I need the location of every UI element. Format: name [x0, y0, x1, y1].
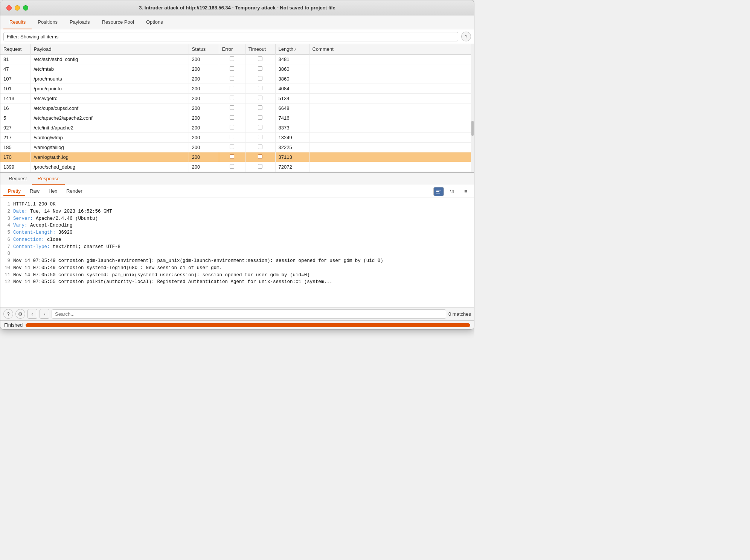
content-tab-pretty[interactable]: Pretty — [3, 187, 25, 196]
cell-error[interactable] — [219, 143, 245, 152]
tab-payloads[interactable]: Payloads — [64, 15, 96, 29]
cell-length: 37113 — [275, 152, 309, 162]
cell-error[interactable] — [219, 152, 245, 162]
table-row[interactable]: 927/etc/init.d/apache22008373 — [0, 123, 474, 133]
http-header-key: Content-Type: — [13, 244, 53, 250]
prev-button[interactable]: ‹ — [27, 309, 37, 319]
response-line: 2Date: Tue, 14 Nov 2023 16:52:56 GMT — [2, 208, 473, 215]
col-header-length[interactable]: Length∧ — [275, 44, 309, 55]
search-input[interactable] — [52, 309, 446, 319]
vertical-scrollbar[interactable] — [471, 44, 474, 172]
http-header-key: Server: — [13, 216, 36, 221]
col-header-timeout[interactable]: Timeout — [245, 44, 275, 55]
sub-tab-response[interactable]: Response — [32, 173, 65, 185]
cell-timeout[interactable] — [245, 64, 275, 74]
cell-status: 200 — [189, 84, 219, 94]
content-tab-render[interactable]: Render — [62, 187, 87, 196]
cell-error[interactable] — [219, 55, 245, 64]
sub-tab-request[interactable]: Request — [3, 173, 32, 185]
help-button[interactable]: ? — [3, 309, 13, 319]
content-tab-hex[interactable]: Hex — [44, 187, 62, 196]
cell-comment — [309, 84, 474, 94]
wrap-button[interactable]: ≡ — [460, 187, 471, 196]
scrollbar-thumb[interactable] — [471, 121, 474, 136]
match-count: 0 matches — [448, 311, 471, 317]
cell-timeout[interactable] — [245, 94, 275, 103]
col-header-comment[interactable]: Comment — [309, 44, 474, 55]
content-tab-raw[interactable]: Raw — [25, 187, 44, 196]
line-number: 11 — [2, 272, 13, 279]
cell-timeout[interactable] — [245, 113, 275, 123]
tab-positions[interactable]: Positions — [32, 15, 64, 29]
format-button[interactable] — [433, 187, 444, 196]
table-row[interactable]: 101/proc/cpuinfo2004084 — [0, 84, 474, 94]
main-window: 3. Intruder attack of http://192.168.56.… — [0, 0, 474, 330]
cell-length: 8373 — [275, 123, 309, 133]
cell-error[interactable] — [219, 64, 245, 74]
cell-error[interactable] — [219, 113, 245, 123]
cell-error[interactable] — [219, 123, 245, 133]
cell-payload: /etc/apache2/apache2.conf — [30, 113, 189, 123]
table-row[interactable]: 185/var/log/faillog20032225 — [0, 143, 474, 152]
close-button[interactable] — [6, 5, 12, 11]
table-row[interactable]: 196/var/log/lastlog200292486 — [0, 172, 474, 172]
table-row[interactable]: 81/etc/ssh/sshd_config2003481 — [0, 55, 474, 64]
cell-payload: /proc/sched_debug — [30, 162, 189, 172]
http-header-key: Vary: — [13, 223, 30, 228]
cell-request: 81 — [0, 55, 30, 64]
cell-timeout[interactable] — [245, 103, 275, 113]
tab-resource-pool[interactable]: Resource Pool — [96, 15, 140, 29]
filter-input[interactable] — [3, 32, 458, 41]
cell-timeout[interactable] — [245, 143, 275, 152]
table-row[interactable]: 1399/proc/sched_debug20072072 — [0, 162, 474, 172]
maximize-button[interactable] — [23, 5, 28, 11]
table-row[interactable]: 170/var/log/auth.log20037113 — [0, 152, 474, 162]
table-row[interactable]: 1413/etc/wgetrc2005134 — [0, 94, 474, 103]
cell-error[interactable] — [219, 94, 245, 103]
table-row[interactable]: 16/etc/cups/cupsd.conf2006648 — [0, 103, 474, 113]
tab-options[interactable]: Options — [140, 15, 169, 29]
col-header-payload[interactable]: Payload — [30, 44, 189, 55]
cell-payload: /etc/mtab — [30, 64, 189, 74]
cell-request: 217 — [0, 133, 30, 143]
cell-payload: /proc/mounts — [30, 74, 189, 84]
table-row[interactable]: 47/etc/mtab2003860 — [0, 64, 474, 74]
cell-timeout[interactable] — [245, 84, 275, 94]
cell-length: 3481 — [275, 55, 309, 64]
status-bar: Finished — [0, 320, 474, 329]
cell-timeout[interactable] — [245, 162, 275, 172]
cell-status: 200 — [189, 162, 219, 172]
cell-timeout[interactable] — [245, 133, 275, 143]
cell-error[interactable] — [219, 162, 245, 172]
table-row[interactable]: 5/etc/apache2/apache2.conf2007416 — [0, 113, 474, 123]
line-content: Nov 14 07:05:49 corrosion gdm-launch-env… — [13, 257, 473, 265]
cell-comment — [309, 74, 474, 84]
line-content: Nov 14 07:05:50 corrosion systemd: pam_u… — [13, 272, 473, 279]
cell-timeout[interactable] — [245, 55, 275, 64]
settings-button[interactable]: ⚙ — [15, 309, 25, 319]
cell-timeout[interactable] — [245, 123, 275, 133]
cell-request: 1413 — [0, 94, 30, 103]
cell-error[interactable] — [219, 103, 245, 113]
cell-error[interactable] — [219, 133, 245, 143]
next-button[interactable]: › — [40, 309, 49, 319]
cell-error[interactable] — [219, 172, 245, 172]
cell-error[interactable] — [219, 84, 245, 94]
filter-help-button[interactable]: ? — [461, 32, 471, 41]
table-row[interactable]: 217/var/log/wtmp20013249 — [0, 133, 474, 143]
cell-timeout[interactable] — [245, 172, 275, 172]
minimize-button[interactable] — [15, 5, 20, 11]
newline-button[interactable]: \n — [447, 187, 457, 196]
cell-error[interactable] — [219, 74, 245, 84]
tab-results[interactable]: Results — [3, 15, 32, 29]
cell-timeout[interactable] — [245, 74, 275, 84]
cell-length: 13249 — [275, 133, 309, 143]
col-header-error[interactable]: Error — [219, 44, 245, 55]
cell-length: 5134 — [275, 94, 309, 103]
cell-timeout[interactable] — [245, 152, 275, 162]
col-header-status[interactable]: Status — [189, 44, 219, 55]
col-header-request[interactable]: Request — [0, 44, 30, 55]
cell-length: 4084 — [275, 84, 309, 94]
response-line: 7Content-Type: text/html; charset=UTF-8 — [2, 243, 473, 251]
table-row[interactable]: 107/proc/mounts2003860 — [0, 74, 474, 84]
